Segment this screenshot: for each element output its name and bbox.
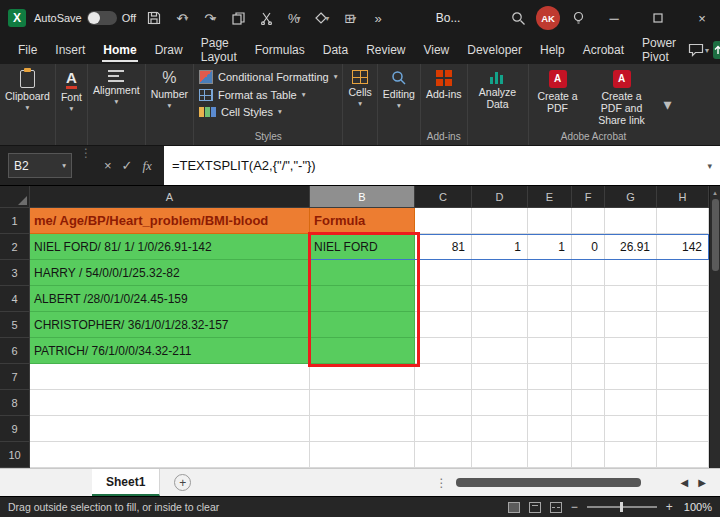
fill-color-button[interactable]: ▾ [312,5,332,31]
cell-D5[interactable] [472,312,528,338]
cell-A6[interactable]: PATRICH/ 76/1/0/0/34.32-211 [30,338,310,364]
column-header-E[interactable]: E [528,186,572,208]
page-layout-view-button[interactable] [529,502,541,513]
cell-G10[interactable] [605,442,657,468]
select-all-corner[interactable] [0,186,30,208]
share-button[interactable] [713,41,720,59]
cut-button[interactable] [256,5,276,31]
cell-D6[interactable] [472,338,528,364]
cell-G9[interactable] [605,416,657,442]
cell-G8[interactable] [605,390,657,416]
column-header-H[interactable]: H [657,186,709,208]
cell-D2[interactable]: 1 [472,234,528,260]
ribbon-tab-view[interactable]: View [415,39,457,62]
name-box[interactable]: B2 ▾ [8,153,72,178]
cell-H7[interactable] [657,364,709,390]
zoom-slider-thumb[interactable] [620,502,623,512]
cell-E7[interactable] [528,364,572,390]
cell-B1[interactable]: Formula [310,208,415,234]
cell-F4[interactable] [572,286,605,312]
cancel-entry-button[interactable]: × [104,158,112,173]
ribbon-tab-file[interactable]: File [10,39,45,62]
row-header-2[interactable]: 2 [0,234,30,260]
cell-E2[interactable]: 1 [528,234,572,260]
cell-B5[interactable] [310,312,415,338]
column-header-G[interactable]: G [605,186,657,208]
column-header-C[interactable]: C [415,186,472,208]
scroll-left-button[interactable]: ◀ [681,477,689,488]
column-header-B[interactable]: B [310,186,415,208]
cell-H8[interactable] [657,390,709,416]
cell-B7[interactable] [310,364,415,390]
cell-A4[interactable]: ALBERT /28/0/1/0/24.45-159 [30,286,310,312]
addins-button[interactable]: Add-ins [426,70,462,100]
cell-H9[interactable] [657,416,709,442]
clipboard-button[interactable]: Clipboard ▾ [5,70,50,112]
zoom-in-button[interactable]: + [666,500,673,514]
vertical-scrollbar[interactable]: ▴ [709,186,720,468]
cell-D1[interactable] [472,208,528,234]
cell-C10[interactable] [415,442,472,468]
cell-A10[interactable] [30,442,310,468]
row-header-10[interactable]: 10 [0,442,30,468]
column-header-D[interactable]: D [472,186,528,208]
cell-D3[interactable] [472,260,528,286]
font-button[interactable]: A Font ▾ [61,70,82,113]
row-header-9[interactable]: 9 [0,416,30,442]
cell-C7[interactable] [415,364,472,390]
cell-G7[interactable] [605,364,657,390]
row-header-5[interactable]: 5 [0,312,30,338]
cell-C8[interactable] [415,390,472,416]
cell-E4[interactable] [528,286,572,312]
ribbon-tab-acrobat[interactable]: Acrobat [575,39,632,62]
vertical-scroll-thumb[interactable] [712,199,719,271]
cells-button[interactable]: Cells ▾ [348,70,371,108]
column-header-A[interactable]: A [30,186,310,208]
zoom-level[interactable]: 100% [682,501,712,513]
cell-B4[interactable] [310,286,415,312]
expand-formula-bar-button[interactable]: ▾ [701,161,712,171]
cell-G1[interactable] [605,208,657,234]
conditional-formatting-button[interactable]: Conditional Formatting ▾ [199,70,337,84]
cell-H4[interactable] [657,286,709,312]
cell-D7[interactable] [472,364,528,390]
cell-A8[interactable] [30,390,310,416]
cell-C3[interactable] [415,260,472,286]
autosave-toggle[interactable]: AutoSave Off [34,11,136,25]
sheet-tab-sheet1[interactable]: Sheet1 [92,469,160,496]
cell-B3[interactable] [310,260,415,286]
cell-H1[interactable] [657,208,709,234]
cell-styles-button[interactable]: Cell Styles ▾ [199,106,282,118]
avatar[interactable]: AK [536,6,560,30]
row-header-6[interactable]: 6 [0,338,30,364]
cell-E9[interactable] [528,416,572,442]
cell-B8[interactable] [310,390,415,416]
cell-F7[interactable] [572,364,605,390]
formula-input[interactable]: =TEXTSPLIT(A2,{"/","-"}) ▾ [164,146,720,185]
ribbon-tab-formulas[interactable]: Formulas [247,39,313,62]
cell-F3[interactable] [572,260,605,286]
cell-A2[interactable]: NIEL FORD/ 81/ 1/ 1/0/26.91-142 [30,234,310,260]
number-button[interactable]: % Number ▾ [151,70,188,110]
cell-D9[interactable] [472,416,528,442]
scrollbar-resize-handle[interactable]: ⋮ [428,476,456,490]
cell-E5[interactable] [528,312,572,338]
cell-E6[interactable] [528,338,572,364]
ribbon-tab-insert[interactable]: Insert [47,39,93,62]
analyze-data-button[interactable]: Analyze Data [473,70,523,110]
toggle-switch-icon[interactable] [87,11,117,25]
cell-H3[interactable] [657,260,709,286]
cell-B10[interactable] [310,442,415,468]
collapse-ribbon-button[interactable]: ▾ [659,64,677,145]
row-header-3[interactable]: 3 [0,260,30,286]
editing-button[interactable]: Editing ▾ [383,70,415,110]
ribbon-tab-data[interactable]: Data [315,39,356,62]
cell-H10[interactable] [657,442,709,468]
redo-button[interactable]: ↷▾ [200,5,220,31]
cell-D4[interactable] [472,286,528,312]
cell-A1[interactable]: me/ Age/BP/Heart_problem/BMI-blood [30,208,310,234]
cell-A5[interactable]: CHRISTOPHER/ 36/1/0/1/28.32-157 [30,312,310,338]
ribbon-tab-developer[interactable]: Developer [459,39,530,62]
cell-D10[interactable] [472,442,528,468]
cell-B6[interactable] [310,338,415,364]
